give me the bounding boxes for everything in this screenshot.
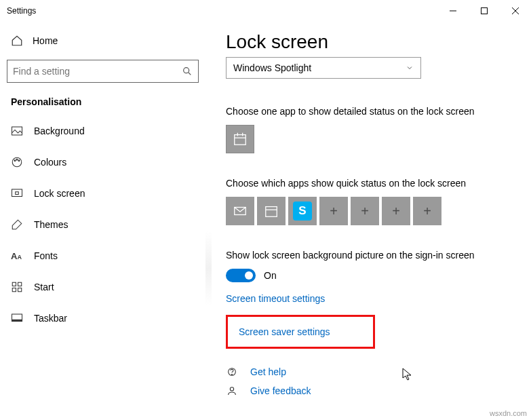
font-icon: AA [11, 251, 23, 261]
svg-point-9 [16, 159, 18, 160]
taskbar-icon [11, 312, 23, 324]
plus-icon: + [392, 204, 400, 219]
screen-timeout-link[interactable]: Screen timeout settings [226, 293, 511, 304]
plus-icon: + [361, 204, 369, 219]
mail-icon [233, 204, 248, 218]
calendar-icon [264, 204, 279, 218]
home-icon [11, 35, 23, 47]
detailed-status-apps [226, 125, 511, 153]
maximize-button[interactable] [469, 0, 500, 22]
palette-icon [11, 156, 23, 168]
sidebar-item-fonts[interactable]: AA Fonts [7, 240, 199, 271]
search-input[interactable] [7, 60, 199, 83]
svg-line-5 [189, 73, 191, 75]
detailed-status-label: Choose one app to show detailed status o… [226, 106, 511, 117]
home-label: Home [33, 35, 58, 46]
picture-icon [11, 125, 23, 137]
minimize-button[interactable] [437, 0, 469, 22]
give-feedback-link[interactable]: Give feedback [226, 385, 511, 396]
nav-label: Start [34, 282, 54, 292]
help-icon [226, 366, 238, 377]
screen-saver-link[interactable]: Screen saver settings [226, 315, 375, 349]
svg-point-28 [230, 387, 233, 391]
quick-status-label: Choose which apps show quick status on t… [226, 178, 511, 189]
detailed-app-calendar[interactable] [226, 125, 254, 153]
watermark: wsxdn.com [490, 409, 527, 417]
quick-app-add-4[interactable]: + [413, 197, 441, 225]
nav-label: Lock screen [34, 188, 85, 199]
svg-rect-13 [12, 282, 16, 286]
titlebar: Settings [0, 0, 531, 22]
svg-point-4 [184, 68, 189, 73]
quick-app-skype[interactable]: S [288, 197, 317, 225]
main-panel: Lock screen Windows Spotlight Choose one… [205, 22, 531, 420]
section-heading: Personalisation [7, 90, 199, 115]
background-dropdown[interactable]: Windows Spotlight [226, 57, 421, 79]
svg-point-27 [231, 374, 232, 375]
signin-bg-toggle-row: On [226, 269, 511, 282]
sidebar-item-themes[interactable]: Themes [7, 209, 199, 240]
quick-app-calendar[interactable] [257, 197, 286, 225]
svg-rect-24 [266, 207, 277, 217]
search-field[interactable] [13, 66, 182, 77]
lockscreen-icon [11, 187, 23, 199]
svg-rect-15 [12, 288, 16, 292]
svg-rect-12 [16, 192, 19, 195]
svg-rect-16 [18, 288, 22, 292]
nav-label: Background [34, 126, 85, 136]
signin-bg-toggle[interactable] [226, 269, 256, 282]
signin-bg-label: Show lock screen background picture on t… [226, 250, 511, 261]
svg-rect-11 [12, 189, 22, 197]
svg-rect-14 [18, 282, 22, 286]
quick-app-add-1[interactable]: + [319, 197, 348, 225]
get-help-label: Get help [250, 366, 286, 377]
nav-label: Themes [34, 219, 68, 230]
plus-icon: + [330, 204, 338, 219]
sidebar-item-colours[interactable]: Colours [7, 147, 199, 178]
toggle-state-label: On [264, 270, 277, 281]
svg-rect-19 [235, 135, 246, 145]
svg-point-8 [14, 160, 16, 161]
window-title: Settings [7, 6, 36, 16]
window-controls [437, 0, 531, 22]
calendar-icon [233, 132, 248, 147]
brush-icon [11, 218, 23, 231]
start-icon [11, 281, 23, 293]
sidebar-item-lockscreen[interactable]: Lock screen [7, 178, 199, 209]
give-feedback-label: Give feedback [250, 385, 311, 396]
nav-label: Fonts [34, 250, 58, 261]
dropdown-value: Windows Spotlight [233, 62, 311, 73]
sidebar-item-home[interactable]: Home [7, 26, 199, 56]
nav-label: Taskbar [34, 313, 67, 324]
svg-rect-6 [12, 127, 22, 135]
nav-label: Colours [34, 157, 66, 168]
quick-app-add-2[interactable]: + [351, 197, 379, 225]
skype-icon: S [293, 202, 312, 221]
sidebar: Home Personalisation Background Colours … [0, 22, 205, 420]
chevron-down-icon [406, 64, 414, 72]
close-button[interactable] [500, 0, 531, 22]
search-icon [182, 66, 193, 77]
quick-app-mail[interactable] [226, 197, 254, 225]
get-help-link[interactable]: Get help [226, 366, 511, 377]
sidebar-item-start[interactable]: Start [7, 271, 199, 303]
sidebar-item-taskbar[interactable]: Taskbar [7, 303, 199, 334]
svg-rect-18 [12, 320, 22, 321]
quick-app-add-3[interactable]: + [382, 197, 410, 225]
svg-point-10 [18, 160, 20, 161]
feedback-icon [226, 385, 238, 396]
page-title: Lock screen [226, 31, 511, 53]
sidebar-item-background[interactable]: Background [7, 115, 199, 147]
svg-rect-1 [481, 8, 488, 14]
plus-icon: + [423, 204, 431, 219]
quick-status-apps: S + + + + [226, 197, 511, 225]
